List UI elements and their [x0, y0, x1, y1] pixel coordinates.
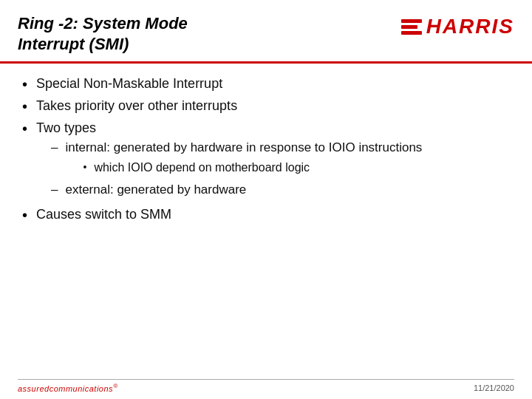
list-item: – external: generated by hardware: [51, 182, 422, 199]
bullet-icon: •: [22, 75, 27, 93]
harris-bar-3-icon: [401, 31, 422, 35]
sub-item-text: internal: generated by hardware in respo…: [65, 140, 422, 154]
bullet-text: Takes priority over other interrupts: [36, 98, 237, 115]
title-block: Ring -2: System Mode Interrupt (SMI): [18, 13, 401, 54]
sub-sub-bullet-list: • which IOIO depend on motherboard logic: [83, 160, 422, 176]
small-bullet-icon: •: [83, 160, 86, 175]
footer-brand: assuredcommunications®: [18, 383, 118, 393]
harris-logo-text: HARRIS: [426, 16, 514, 37]
sub-sub-text: which IOIO depend on motherboard logic: [94, 160, 310, 176]
title-line1: Ring -2: System Mode: [18, 14, 188, 33]
slide: Ring -2: System Mode Interrupt (SMI) HAR…: [0, 0, 532, 399]
harris-h-bars-icon: [401, 19, 422, 35]
slide-footer: assuredcommunications® 11/21/2020: [0, 375, 532, 399]
bullet-text: Two types: [36, 120, 96, 135]
dash-icon: –: [51, 182, 58, 199]
logo-area: HARRIS: [401, 13, 514, 37]
bullet-with-sub: Two types – internal: generated by hardw…: [36, 120, 422, 202]
list-item: • Takes priority over other interrupts: [22, 98, 510, 115]
sub-item-content: internal: generated by hardware in respo…: [65, 140, 422, 179]
footer-content: assuredcommunications® 11/21/2020: [18, 383, 514, 393]
footer-divider: [18, 379, 514, 381]
sub-item-text: external: generated by hardware: [65, 182, 246, 199]
list-item: – internal: generated by hardware in res…: [51, 140, 422, 179]
harris-logo: HARRIS: [401, 16, 514, 37]
sub-bullet-list: – internal: generated by hardware in res…: [51, 140, 422, 198]
main-bullet-list: • Special Non-Maskable Interrupt • Takes…: [22, 75, 510, 228]
brand-text: assuredcommunications: [18, 384, 113, 393]
footer-date: 11/21/2020: [474, 383, 514, 392]
bullet-icon: •: [22, 206, 27, 224]
slide-header: Ring -2: System Mode Interrupt (SMI) HAR…: [0, 0, 532, 61]
harris-bar-1-icon: [401, 19, 422, 23]
slide-content: • Special Non-Maskable Interrupt • Takes…: [0, 64, 532, 375]
list-item: • which IOIO depend on motherboard logic: [83, 160, 422, 176]
harris-bar-2-icon: [401, 25, 417, 29]
trademark-icon: ®: [113, 383, 117, 389]
list-item: • Special Non-Maskable Interrupt: [22, 75, 510, 93]
list-item: • Causes switch to SMM: [22, 206, 510, 224]
bullet-text: Special Non-Maskable Interrupt: [36, 75, 222, 92]
bullet-icon: •: [22, 98, 27, 115]
bullet-text: Causes switch to SMM: [36, 206, 171, 223]
dash-icon: –: [51, 140, 58, 157]
list-item: • Two types – internal: generated by har…: [22, 120, 510, 202]
slide-title: Ring -2: System Mode Interrupt (SMI): [18, 13, 401, 54]
title-line2: Interrupt (SMI): [18, 35, 129, 53]
bullet-icon: •: [22, 120, 27, 137]
